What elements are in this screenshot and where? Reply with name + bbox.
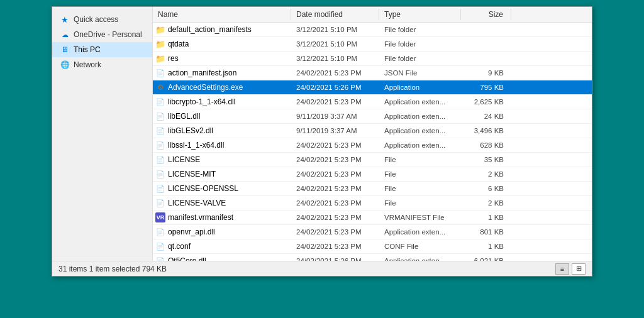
table-row[interactable]: VR manifest.vrmanifest 24/02/2021 5:23 P… xyxy=(153,211,592,225)
col-header-type[interactable]: Type xyxy=(379,9,461,20)
table-row[interactable]: 📁 res 3/12/2021 5:10 PM File folder xyxy=(153,52,592,66)
dll-icon: 📄 xyxy=(155,97,165,107)
file-name-cell: 📄 libcrypto-1_1-x64.dll xyxy=(153,96,291,107)
txt-icon: 📄 xyxy=(155,155,165,165)
file-name: qtdata xyxy=(168,40,189,48)
sidebar-label: Network xyxy=(74,60,101,69)
file-name: libcrypto-1_1-x64.dll xyxy=(168,97,235,106)
table-row[interactable]: 📄 action_manifest.json 24/02/2021 5:23 P… xyxy=(153,66,592,80)
file-type: File xyxy=(379,199,461,207)
file-size: 2 KB xyxy=(461,199,511,207)
file-name-cell: 📄 LICENSE-VALVE xyxy=(153,197,291,209)
file-type: VRMANIFEST File xyxy=(379,213,461,222)
table-row[interactable]: 📄 Qt5Core.dll 24/02/2021 5:26 PM Applica… xyxy=(153,254,592,261)
file-name: res xyxy=(168,54,179,63)
txt-icon: 📄 xyxy=(155,169,165,179)
table-row[interactable]: 📄 LICENSE 24/02/2021 5:23 PM File 35 KB xyxy=(153,153,592,167)
file-name-cell: 📄 LICENSE-OPENSSL xyxy=(153,183,291,194)
table-row[interactable]: 📄 LICENSE-VALVE 24/02/2021 5:23 PM File … xyxy=(153,196,592,211)
file-type: Application xyxy=(379,83,461,92)
txt-icon: 📄 xyxy=(155,184,165,194)
table-row[interactable]: 📄 openvr_api.dll 24/02/2021 5:23 PM Appl… xyxy=(153,225,592,239)
star-icon: ★ xyxy=(60,14,70,25)
file-size: 1 KB xyxy=(461,242,511,251)
status-right: ≡ ⊞ xyxy=(555,263,586,275)
file-name-cell: 📄 openvr_api.dll xyxy=(153,226,291,238)
file-name-cell: 📄 libEGL.dll xyxy=(153,111,291,122)
file-name: openvr_api.dll xyxy=(168,228,215,236)
file-type: File xyxy=(379,155,461,164)
file-type: Application exten... xyxy=(379,141,461,150)
sidebar-label: Quick access xyxy=(74,15,118,24)
file-type: Application exten... xyxy=(379,256,461,261)
dll-icon: 📄 xyxy=(155,111,165,121)
sidebar-item-onedrive[interactable]: ☁OneDrive - Personal xyxy=(52,27,152,42)
file-list[interactable]: Name Date modified Type Size 📁 default_a… xyxy=(153,7,592,261)
pc-icon: 🖥 xyxy=(60,45,70,55)
file-type: File xyxy=(379,184,461,193)
dll-icon: 📄 xyxy=(155,256,165,261)
table-row[interactable]: 📄 libssl-1_1-x64.dll 24/02/2021 5:23 PM … xyxy=(153,138,592,153)
col-header-size[interactable]: Size xyxy=(461,9,511,20)
dll-icon: 📄 xyxy=(155,140,165,150)
table-row[interactable]: 📁 qtdata 3/12/2021 5:10 PM File folder xyxy=(153,37,592,52)
file-name: libssl-1_1-x64.dll xyxy=(168,141,224,150)
table-row[interactable]: 📄 libcrypto-1_1-x64.dll 24/02/2021 5:23 … xyxy=(153,95,592,109)
folder-icon: 📁 xyxy=(155,25,165,35)
file-date: 24/02/2021 5:23 PM xyxy=(291,228,379,236)
table-row[interactable]: 📄 libEGL.dll 9/11/2019 3:37 AM Applicati… xyxy=(153,109,592,124)
sidebar: ★Quick access☁OneDrive - Personal🖥This P… xyxy=(52,7,153,261)
file-type: File folder xyxy=(379,54,461,63)
conf-icon: 📄 xyxy=(155,241,165,251)
file-size: 24 KB xyxy=(461,112,511,121)
file-name-cell: ⚙ AdvancedSettings.exe xyxy=(153,82,291,93)
cloud-icon: ☁ xyxy=(60,30,70,40)
file-size xyxy=(461,29,511,30)
file-date: 24/02/2021 5:26 PM xyxy=(291,256,379,261)
file-size: 3,496 KB xyxy=(461,126,511,135)
file-date: 9/11/2019 3:37 AM xyxy=(291,112,379,121)
folder-icon: 📁 xyxy=(155,39,165,49)
file-name-cell: 📄 action_manifest.json xyxy=(153,67,291,79)
view-tiles-button[interactable]: ⊞ xyxy=(572,263,586,275)
file-name: LICENSE xyxy=(168,155,200,164)
sidebar-item-quick-access[interactable]: ★Quick access xyxy=(52,12,152,27)
view-details-button[interactable]: ≡ xyxy=(555,263,569,275)
file-date: 3/12/2021 5:10 PM xyxy=(291,25,379,34)
json-icon: 📄 xyxy=(155,68,165,78)
file-name-cell: 📄 libssl-1_1-x64.dll xyxy=(153,140,291,151)
table-row[interactable]: 📄 LICENSE-MIT 24/02/2021 5:23 PM File 2 … xyxy=(153,167,592,182)
file-name-cell: 📄 LICENSE xyxy=(153,154,291,165)
file-name-cell: 📁 res xyxy=(153,53,291,64)
file-date: 9/11/2019 3:37 AM xyxy=(291,126,379,135)
exe-icon: ⚙ xyxy=(155,82,165,92)
status-bar: 31 items 1 item selected 794 KB ≡ ⊞ xyxy=(52,261,592,276)
sidebar-item-network[interactable]: 🌐Network xyxy=(52,57,152,72)
file-size: 1 KB xyxy=(461,213,511,222)
column-header: Name Date modified Type Size xyxy=(153,7,592,23)
file-name-cell: VR manifest.vrmanifest xyxy=(153,212,291,223)
file-date: 24/02/2021 5:23 PM xyxy=(291,242,379,251)
col-header-name[interactable]: Name xyxy=(153,9,291,20)
file-name: AdvancedSettings.exe xyxy=(168,83,243,92)
file-date: 24/02/2021 5:23 PM xyxy=(291,155,379,164)
file-name: LICENSE-VALVE xyxy=(168,199,226,207)
dll-icon: 📄 xyxy=(155,126,165,136)
file-type: File folder xyxy=(379,40,461,48)
sidebar-item-this-pc[interactable]: 🖥This PC xyxy=(52,42,152,57)
file-type: CONF File xyxy=(379,242,461,251)
file-name: libGLESv2.dll xyxy=(168,126,213,135)
table-row[interactable]: 📄 qt.conf 24/02/2021 5:23 PM CONF File 1… xyxy=(153,239,592,254)
file-date: 24/02/2021 5:23 PM xyxy=(291,141,379,150)
file-date: 3/12/2021 5:10 PM xyxy=(291,40,379,48)
col-header-date[interactable]: Date modified xyxy=(291,9,379,20)
file-date: 24/02/2021 5:23 PM xyxy=(291,199,379,207)
table-row[interactable]: 📄 LICENSE-OPENSSL 24/02/2021 5:23 PM Fil… xyxy=(153,182,592,196)
status-text: 31 items 1 item selected 794 KB xyxy=(58,265,167,273)
table-row[interactable]: ⚙ AdvancedSettings.exe 24/02/2021 5:26 P… xyxy=(153,80,592,95)
file-name-cell: 📁 qtdata xyxy=(153,38,291,50)
file-size: 795 KB xyxy=(461,83,511,92)
file-type: File xyxy=(379,170,461,178)
table-row[interactable]: 📄 libGLESv2.dll 9/11/2019 3:37 AM Applic… xyxy=(153,124,592,138)
table-row[interactable]: 📁 default_action_manifests 3/12/2021 5:1… xyxy=(153,23,592,37)
